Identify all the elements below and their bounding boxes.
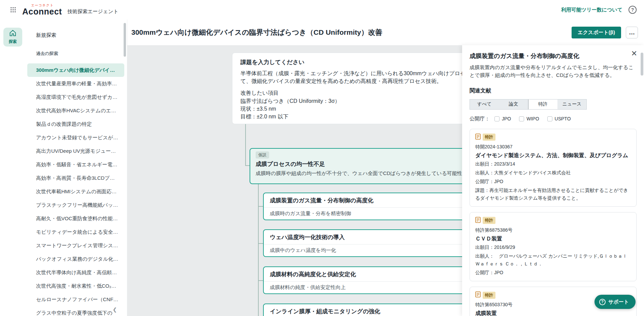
hypothesis-node[interactable]: 仮説 成膜プロセスの均一性不足 成膜時の膜厚や組成の均一性が不十分で、ウェハ全面… xyxy=(250,148,489,184)
office-options: JPO WIPO USPTO xyxy=(494,116,571,121)
tree-connector xyxy=(258,206,263,207)
history-item-label: 次世代量産乗用車の軽量・高効率… xyxy=(36,81,117,86)
sidebar-collapse-button[interactable]: ❮ xyxy=(112,307,117,313)
patent-title: ダイヤモンド製造システム、方法、制御装置、及びプログラム xyxy=(475,152,631,159)
problem-improve-heading: 改善したい項目 xyxy=(240,89,500,97)
office-filter-row: 公開庁： JPO WIPO USPTO xyxy=(470,116,637,122)
tree-connector xyxy=(258,243,263,244)
detail-panel-title: 成膜装置のガス流量・分布制御の高度化 xyxy=(470,52,637,60)
solution-node-title: 成膜材料の高純度化と供給安定化 xyxy=(264,267,485,281)
history-item[interactable]: 次世代半導体向け高純度・高信頼… xyxy=(27,266,124,279)
patent-filing-date: 出願日：2016/9/29 xyxy=(475,243,631,251)
history-item-label: モビリティデータ統合による安全… xyxy=(36,229,118,235)
history-item[interactable]: 製品ｄの改善課題の特定 xyxy=(27,117,124,131)
office-option-label: USPTO xyxy=(555,116,571,121)
history-item-label: 次世代半導体向け高純度・高信頼… xyxy=(36,269,117,275)
export-button[interactable]: エクスポート(β) xyxy=(572,27,621,38)
history-list: 300mmウェハ向け微細化デバイ… 次世代量産乗用車の軽量・高効率… 高湿度環境… xyxy=(25,63,127,316)
patent-number: 特開2024-130367 xyxy=(475,144,631,150)
new-search-button[interactable]: 新規探索 xyxy=(25,28,127,42)
help-icon[interactable]: ? xyxy=(629,6,637,14)
solution-node-material-purity[interactable]: 成膜材料の高純度化と供給安定化 成膜材料の純度・供給安定性向上 xyxy=(263,266,485,294)
office-filter-option[interactable]: JPO xyxy=(494,116,511,121)
history-item[interactable]: バックオフィス業務のデジタル化… xyxy=(27,252,124,266)
literature-tab[interactable]: すべて xyxy=(470,99,499,109)
history-item-label: 次世代車載HMIシステムの画面応… xyxy=(36,189,117,194)
history-item[interactable]: 高効率・高画質・長寿命3LCDプ… xyxy=(27,171,124,185)
history-item[interactable]: 次世代量産乗用車の軽量・高効率… xyxy=(27,77,124,90)
history-item[interactable]: グラス中空粒子の夏季強度低下の xyxy=(27,306,124,316)
history-item-label: グラス中空粒子の夏季強度低下の xyxy=(36,310,112,316)
solution-node-title: インライン膜厚・組成モニタリングの強化 xyxy=(264,304,485,316)
related-literature-heading: 関連文献 xyxy=(470,87,637,94)
apps-grid-icon[interactable] xyxy=(7,4,19,16)
literature-tab[interactable]: 特許 xyxy=(528,99,557,109)
office-option-label: WIPO xyxy=(526,116,539,121)
close-icon[interactable]: ✕ xyxy=(631,50,637,57)
left-rail: 探索 xyxy=(0,20,25,316)
history-item[interactable]: スマートワークプレイス管理シス… xyxy=(27,239,124,252)
history-item-label: 高湿度環境下で毛先が意図せずカ… xyxy=(36,94,118,100)
more-options-button[interactable]: … xyxy=(626,27,638,38)
history-item[interactable]: セルロースナノファイバー（CNF… xyxy=(27,293,124,306)
history-item[interactable]: 次世代高効率HVACシステムのエ… xyxy=(27,104,124,117)
tree-connector xyxy=(245,165,250,166)
patent-document-icon xyxy=(475,291,481,299)
problem-target: 目標：±2.0 nm 以下 xyxy=(240,113,500,120)
history-item[interactable]: アカウント未登録でもサービスが… xyxy=(27,131,124,144)
patent-applicant: 出願人：大熊ダイヤモンドデバイス株式会社 xyxy=(475,169,631,177)
office-option-label: JPO xyxy=(502,116,511,121)
history-item[interactable]: 次世代高強度・耐水素性・低CO₂… xyxy=(27,279,124,293)
app-header: エーコネクト Aconnect 技術探索エージェント 利用可能ツリー数について … xyxy=(0,0,644,20)
solution-node-inline-monitoring[interactable]: インライン膜厚・組成モニタリングの強化 xyxy=(263,304,485,316)
history-section-label: 過去の探索 xyxy=(25,51,127,57)
solution-node-title: ウェハ温度均一化技術の導入 xyxy=(264,230,485,244)
office-filter-option[interactable]: WIPO xyxy=(519,116,539,121)
literature-tab[interactable]: 論文 xyxy=(499,99,528,109)
history-item-label: 次世代高強度・耐水素性・低CO₂… xyxy=(36,283,116,289)
checkbox[interactable] xyxy=(519,116,524,121)
history-item[interactable]: 次世代車載HMIシステムの画面応… xyxy=(27,185,124,198)
history-item[interactable]: 300mmウェハ向け微細化デバイ… xyxy=(27,63,124,77)
app-root: エーコネクト Aconnect 技術探索エージェント 利用可能ツリー数について … xyxy=(0,0,644,316)
history-item[interactable]: プラスチックフリー高機能紙パッ… xyxy=(27,198,124,212)
support-button[interactable]: ? サポート xyxy=(594,295,636,309)
history-item[interactable]: 高湿度環境下で毛先が意図せずカ… xyxy=(27,90,124,104)
problem-card-text: て、微細化デバイスの量産安定性を高めるための高精度・高再現性プロセス技術。 xyxy=(240,77,500,85)
history-item[interactable]: 高出力UV/Deep UV光源モジュー… xyxy=(27,144,124,158)
patent-card[interactable]: 特許 特許第6875386号 ＣＶＤ装置 出願日：2016/9/29 出願人： … xyxy=(470,212,637,281)
detail-panel: ✕ 成膜装置のガス流量・分布制御の高度化 成膜装置内のガス流量や分布をリアルタイ… xyxy=(462,45,644,316)
title-bar: 300mmウェハ向け微細化デバイスの臨界寸法ばらつき（CD Uniformity… xyxy=(127,20,644,45)
problem-current: 現状：±3.5 nm xyxy=(240,105,500,113)
history-item[interactable]: モビリティデータ統合による安全… xyxy=(27,225,124,239)
patent-type-badge: 特許 xyxy=(483,134,495,141)
patent-card[interactable]: 特許 特開2024-130367 ダイヤモンド製造システム、方法、制御装置、及び… xyxy=(470,129,637,207)
solution-node-wafer-temperature[interactable]: ウェハ温度均一化技術の導入 成膜中のウェハ温度を均一化 xyxy=(263,229,485,257)
patent-number: 特許第6875386号 xyxy=(475,227,631,233)
solution-node-desc: 成膜材料の純度・供給安定性向上 xyxy=(264,281,485,293)
history-sidebar: 新規探索 過去の探索 300mmウェハ向け微細化デバイ… 次世代量産乗用車の軽量… xyxy=(25,20,127,316)
header-actions: 利用可能ツリー数について ? xyxy=(561,6,637,14)
history-item-label: 300mmウェハ向け微細化デバイ… xyxy=(36,67,115,73)
checkbox[interactable] xyxy=(547,116,552,121)
problem-card-text: 半導体前工程（成膜・露光・エッチング・洗浄など）に用いられる300mmウェハ向け… xyxy=(240,69,500,77)
tree-connector xyxy=(258,280,263,281)
hypothesis-badge: 仮説 xyxy=(256,151,269,159)
literature-tab[interactable]: ニュース xyxy=(557,99,586,109)
sidebar-scrollbar[interactable] xyxy=(124,23,126,57)
brand-logo[interactable]: エーコネクト Aconnect xyxy=(22,4,62,16)
checkbox[interactable] xyxy=(494,116,500,121)
solution-node-gas-flow-control[interactable]: 成膜装置のガス流量・分布制御の高度化 成膜時のガス流量・分布を精密制御 xyxy=(263,193,485,220)
available-trees-link[interactable]: 利用可能ツリー数について xyxy=(561,7,622,13)
office-filter-option[interactable]: USPTO xyxy=(547,116,571,121)
rail-item-explore[interactable]: 探索 xyxy=(3,28,22,47)
brand-name: Aconnect xyxy=(22,7,62,16)
history-item-label: 製品ｄの改善課題の特定 xyxy=(36,121,92,127)
history-item[interactable]: 高耐久・低VOC重防食塗料の性能… xyxy=(27,212,124,225)
patent-badge-row: 特許 xyxy=(475,217,631,224)
history-item-label: アカウント未登録でもサービスが… xyxy=(36,135,118,140)
patent-problem: 課題：再生可能エネルギーを有効活用させることに貢献することができるダイヤモンド製… xyxy=(475,186,631,202)
panel-scrollbar[interactable] xyxy=(641,53,643,76)
history-item[interactable]: 高効率・低騒音・省エネルギー電… xyxy=(27,158,124,171)
app-subtitle: 技術探索エージェント xyxy=(67,8,119,15)
